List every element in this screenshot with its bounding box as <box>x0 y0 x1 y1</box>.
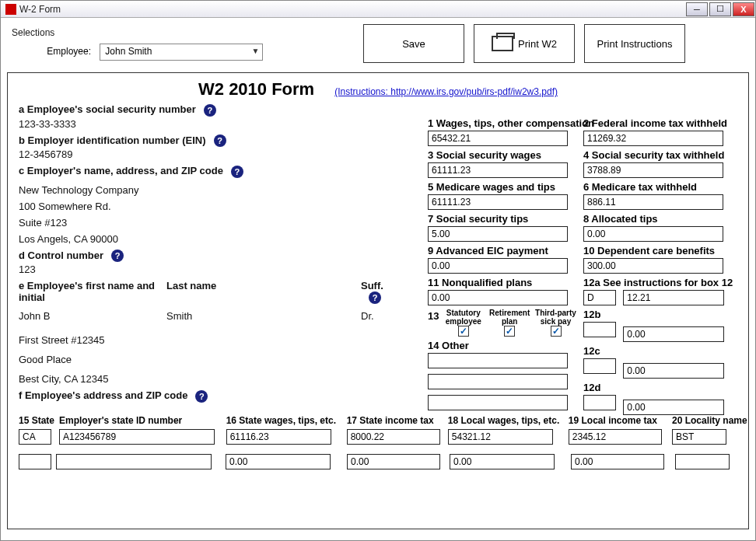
box12a-label: 12a See instructions for box 12 <box>583 277 739 288</box>
box14-input-2[interactable] <box>428 374 568 389</box>
box6-input[interactable]: 886.11 <box>583 194 723 210</box>
close-button[interactable]: X <box>733 2 754 16</box>
form-title: W2 2010 Form <box>198 79 314 99</box>
box12b-val-input[interactable]: 0.00 <box>623 326 724 342</box>
box13-sick-checkbox[interactable]: ✓ <box>551 326 562 337</box>
help-icon[interactable]: ? <box>369 291 381 304</box>
help-icon[interactable]: ? <box>204 104 216 117</box>
box16-2[interactable]: 0.00 <box>226 454 331 469</box>
print-w2-button[interactable]: Print W2 <box>474 24 575 63</box>
instructions-link[interactable]: (Instructions: http://www.irs.gov/pub/ir… <box>334 86 558 97</box>
box12a-val-input[interactable]: 12.21 <box>623 290 724 305</box>
box3-input[interactable]: 61111.23 <box>428 162 568 178</box>
e-first: John B <box>19 310 50 322</box>
box13-stat-checkbox[interactable]: ✓ <box>458 326 469 337</box>
employee-dropdown[interactable]: John Smith ▼ <box>100 44 263 61</box>
w2-form-window: W-2 Form ─ ☐ X Selections Employee: John… <box>0 0 756 541</box>
help-icon[interactable]: ? <box>231 166 243 178</box>
e-addr2: Good Place <box>19 354 423 365</box>
box9-input[interactable]: 0.00 <box>428 258 568 274</box>
box15-empid-label: Employer's state ID number <box>59 415 222 426</box>
box2-label: 2 Federal income tax withheld <box>583 117 739 129</box>
box4-label: 4 Social security tax withheld <box>583 149 739 161</box>
save-button[interactable]: Save <box>363 24 464 63</box>
box6-label: 6 Medicare tax withheld <box>583 181 739 193</box>
box1-input[interactable]: 65432.21 <box>428 131 568 146</box>
box20-label: 20 Locality name <box>672 415 734 426</box>
box10-label: 10 Dependent care benefits <box>583 245 739 257</box>
box13-ret-checkbox[interactable]: ✓ <box>504 326 515 337</box>
box16-label: 16 State wages, tips, etc. <box>226 415 342 426</box>
box-b-label: b Employer identification number (EIN) <box>19 134 206 146</box>
selections-label: Selections <box>12 27 354 38</box>
box12d-label: 12d <box>583 382 739 393</box>
e-city: Best City, CA 12345 <box>19 373 423 385</box>
box15-empid-1[interactable]: A123456789 <box>59 429 215 445</box>
box17-label: 17 State income tax <box>347 415 443 426</box>
help-icon[interactable]: ? <box>214 134 226 147</box>
window-title: W-2 Form <box>19 4 685 15</box>
box12b-code-input[interactable] <box>583 322 616 337</box>
box18-1[interactable]: 54321.12 <box>448 429 553 445</box>
box14-input-1[interactable] <box>428 353 568 368</box>
box-d-label: d Control number <box>19 250 103 261</box>
box8-label: 8 Allocated tips <box>583 213 739 225</box>
box5-input[interactable]: 61111.23 <box>428 194 568 210</box>
box15-state-2[interactable] <box>19 454 51 469</box>
box15-state-1[interactable]: CA <box>19 429 51 445</box>
box12d-val-input[interactable]: 0.00 <box>623 400 724 415</box>
box20-1[interactable]: BST <box>672 429 726 445</box>
save-button-label: Save <box>402 38 425 50</box>
box-b-value: 12-3456789 <box>19 148 423 160</box>
help-icon[interactable]: ? <box>195 390 208 403</box>
box12c-val-input[interactable]: 0.00 <box>623 363 724 379</box>
box19-1[interactable]: 2345.12 <box>569 429 662 445</box>
box17-1[interactable]: 8000.22 <box>347 429 440 445</box>
employee-label: Employee: <box>12 46 97 57</box>
box12c-label: 12c <box>583 345 739 357</box>
box-a-value: 123-33-3333 <box>19 118 423 130</box>
employer-city: Los Angels, CA 90000 <box>19 233 423 245</box>
box-f-label: f Employee's address and ZIP code <box>19 389 187 401</box>
e-suff: Dr. <box>361 310 374 322</box>
box15-empid-2[interactable] <box>56 454 212 469</box>
box13-label: 13 <box>428 310 439 322</box>
printer-icon <box>492 36 513 51</box>
box19-label: 19 Local income tax <box>569 415 667 426</box>
print-w2-label: Print W2 <box>518 38 557 50</box>
titlebar: W-2 Form ─ ☐ X <box>1 1 755 18</box>
box2-input[interactable]: 11269.32 <box>583 131 723 146</box>
box12b-label: 12b <box>583 309 739 320</box>
form-area: W2 2010 Form (Instructions: http://www.i… <box>7 72 749 529</box>
e-first-label: e Employee's first name and initial <box>19 280 155 303</box>
box8-input[interactable]: 0.00 <box>583 226 723 242</box>
print-instructions-button[interactable]: Print Instructions <box>584 24 685 63</box>
box18-2[interactable]: 0.00 <box>450 454 555 469</box>
box11-input[interactable]: 0.00 <box>428 290 568 305</box>
state-local-section: 15 StateCA Employer's state ID numberA12… <box>19 415 734 469</box>
box12d-code-input[interactable] <box>583 395 616 410</box>
print-instructions-label: Print Instructions <box>597 38 673 50</box>
box14-input-3[interactable] <box>428 395 568 410</box>
e-last-label: Last name <box>166 280 216 291</box>
maximize-button[interactable]: ☐ <box>709 2 731 16</box>
box15-label: 15 State <box>19 415 54 426</box>
box17-2[interactable]: 0.00 <box>347 454 440 469</box>
e-last: Smith <box>166 310 192 322</box>
box7-input[interactable]: 5.00 <box>428 226 568 242</box>
box13-ret-label: Retirement plan <box>489 309 530 326</box>
employer-name: New Technology Company <box>19 184 423 196</box>
right-column: 2 Federal income tax withheld11269.32 4 … <box>583 116 739 418</box>
help-icon[interactable]: ? <box>111 250 124 262</box>
box16-1[interactable]: 61116.23 <box>226 429 331 445</box>
box19-2[interactable]: 0.00 <box>571 454 664 469</box>
app-icon <box>5 4 16 15</box>
minimize-button[interactable]: ─ <box>686 2 708 16</box>
employee-dropdown-value: John Smith <box>105 46 152 57</box>
box12a-code-input[interactable]: D <box>583 290 616 305</box>
box4-input[interactable]: 3788.89 <box>583 162 723 178</box>
box-a-label: a Employee's social security number <box>19 103 196 115</box>
box12c-code-input[interactable] <box>583 358 616 374</box>
box20-2[interactable] <box>675 454 730 469</box>
box10-input[interactable]: 300.00 <box>583 258 723 274</box>
